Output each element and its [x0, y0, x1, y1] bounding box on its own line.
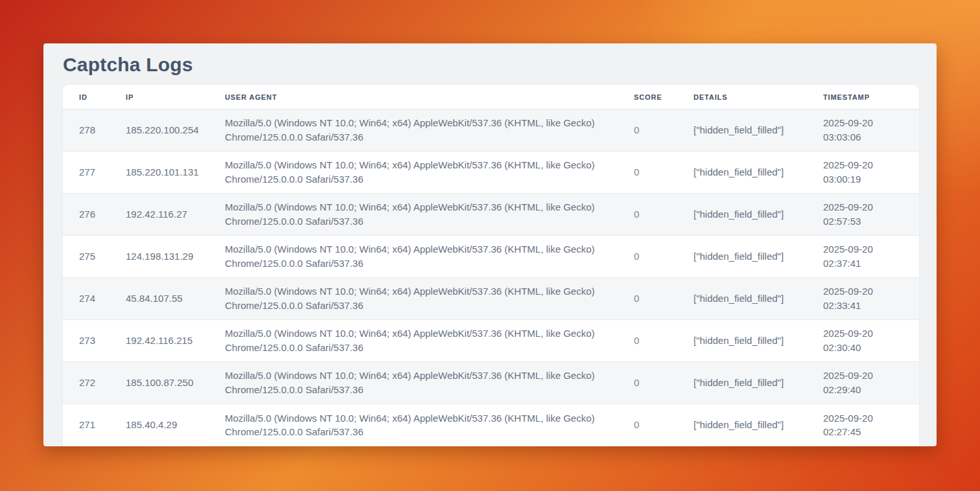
- logs-table: ID IP USER AGENT SCORE DETAILS TIMESTAMP…: [63, 85, 919, 446]
- cell-id: 276: [63, 194, 110, 236]
- column-header-timestamp: TIMESTAMP: [807, 85, 919, 109]
- table-header: ID IP USER AGENT SCORE DETAILS TIMESTAMP: [63, 85, 919, 109]
- captcha-logs-card: Captcha Logs ID IP USER AGENT SCORE DETA…: [43, 43, 937, 446]
- cell-score: 0: [618, 109, 677, 152]
- cell-score: 0: [618, 194, 677, 236]
- cell-user-agent: Mozilla/5.0 (Windows NT 10.0; Win64; x64…: [209, 362, 618, 404]
- cell-score: 0: [618, 236, 677, 278]
- cell-details: ["hidden_field_filled"]: [677, 236, 807, 278]
- cell-id: 272: [63, 362, 110, 404]
- cell-details: ["hidden_field_filled"]: [677, 320, 807, 362]
- cell-ip: 185.100.87.250: [110, 362, 209, 404]
- table-row: 278185.220.100.254Mozilla/5.0 (Windows N…: [63, 109, 919, 152]
- page-title: Captcha Logs: [63, 54, 937, 76]
- cell-details: ["hidden_field_filled"]: [677, 109, 807, 152]
- table-row: 273192.42.116.215Mozilla/5.0 (Windows NT…: [63, 320, 919, 362]
- cell-ip: 45.84.107.55: [110, 278, 209, 320]
- column-header-ip: IP: [110, 85, 209, 109]
- cell-ip: 185.40.4.29: [110, 404, 209, 446]
- cell-timestamp: 2025-09-20 02:37:41: [807, 236, 919, 278]
- table-row: 272185.100.87.250Mozilla/5.0 (Windows NT…: [63, 362, 919, 404]
- cell-timestamp: 2025-09-20 02:27:45: [807, 404, 919, 446]
- cell-score: 0: [618, 152, 677, 194]
- table-row: 275124.198.131.29Mozilla/5.0 (Windows NT…: [63, 236, 919, 278]
- cell-user-agent: Mozilla/5.0 (Windows NT 10.0; Win64; x64…: [209, 236, 618, 278]
- table-body: 278185.220.100.254Mozilla/5.0 (Windows N…: [63, 109, 919, 446]
- table-row: 27445.84.107.55Mozilla/5.0 (Windows NT 1…: [63, 278, 919, 320]
- cell-ip: 192.42.116.215: [110, 320, 209, 362]
- cell-details: ["hidden_field_filled"]: [677, 152, 807, 194]
- column-header-id: ID: [63, 85, 110, 109]
- cell-id: 274: [63, 278, 110, 320]
- cell-score: 0: [618, 320, 677, 362]
- table-row: 271185.40.4.29Mozilla/5.0 (Windows NT 10…: [63, 404, 919, 446]
- table-row: 276192.42.116.27Mozilla/5.0 (Windows NT …: [63, 194, 919, 236]
- cell-timestamp: 2025-09-20 03:00:19: [807, 152, 919, 194]
- table-row: 277185.220.101.131Mozilla/5.0 (Windows N…: [63, 152, 919, 194]
- column-header-user-agent: USER AGENT: [209, 85, 618, 109]
- cell-user-agent: Mozilla/5.0 (Windows NT 10.0; Win64; x64…: [209, 278, 618, 320]
- cell-score: 0: [618, 278, 677, 320]
- cell-details: ["hidden_field_filled"]: [677, 362, 807, 404]
- cell-timestamp: 2025-09-20 03:03:06: [807, 109, 919, 152]
- cell-user-agent: Mozilla/5.0 (Windows NT 10.0; Win64; x64…: [209, 404, 618, 446]
- cell-details: ["hidden_field_filled"]: [677, 404, 807, 446]
- cell-timestamp: 2025-09-20 02:33:41: [807, 278, 919, 320]
- cell-timestamp: 2025-09-20 02:30:40: [807, 320, 919, 362]
- column-header-details: DETAILS: [677, 85, 807, 109]
- cell-user-agent: Mozilla/5.0 (Windows NT 10.0; Win64; x64…: [209, 152, 618, 194]
- cell-ip: 124.198.131.29: [110, 236, 209, 278]
- cell-ip: 185.220.101.131: [110, 152, 209, 194]
- cell-user-agent: Mozilla/5.0 (Windows NT 10.0; Win64; x64…: [209, 194, 618, 236]
- cell-user-agent: Mozilla/5.0 (Windows NT 10.0; Win64; x64…: [209, 320, 618, 362]
- cell-id: 275: [63, 236, 110, 278]
- cell-score: 0: [618, 404, 677, 446]
- cell-user-agent: Mozilla/5.0 (Windows NT 10.0; Win64; x64…: [209, 109, 618, 152]
- cell-id: 278: [63, 109, 110, 152]
- cell-ip: 192.42.116.27: [110, 194, 209, 236]
- cell-timestamp: 2025-09-20 02:57:53: [807, 194, 919, 236]
- column-header-score: SCORE: [618, 85, 677, 109]
- cell-ip: 185.220.100.254: [110, 109, 209, 152]
- cell-details: ["hidden_field_filled"]: [677, 194, 807, 236]
- table-header-row: ID IP USER AGENT SCORE DETAILS TIMESTAMP: [63, 85, 919, 109]
- cell-id: 271: [63, 404, 110, 446]
- cell-id: 273: [63, 320, 110, 362]
- logs-table-container[interactable]: ID IP USER AGENT SCORE DETAILS TIMESTAMP…: [63, 85, 919, 446]
- cell-score: 0: [618, 362, 677, 404]
- cell-details: ["hidden_field_filled"]: [677, 278, 807, 320]
- cell-timestamp: 2025-09-20 02:29:40: [807, 362, 919, 404]
- cell-id: 277: [63, 152, 110, 194]
